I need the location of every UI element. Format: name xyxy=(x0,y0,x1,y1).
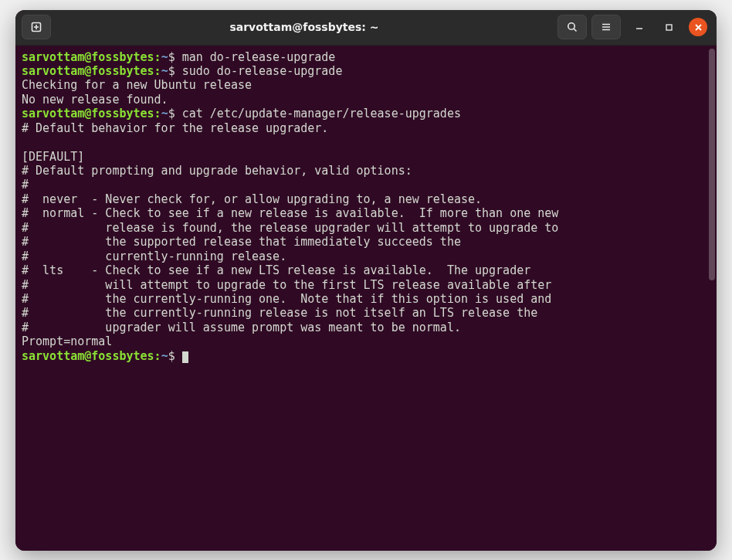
prompt-path: ~ xyxy=(161,107,168,120)
titlebar: sarvottam@fossbytes: ~ xyxy=(15,10,717,46)
prompt-user-host: sarvottam@fossbytes xyxy=(22,349,154,363)
prompt-path: ~ xyxy=(161,50,168,64)
command-3: cat /etc/update-manager/release-upgrades xyxy=(175,107,461,120)
scrollbar[interactable] xyxy=(707,46,717,551)
output-line: # the supported release that immediately… xyxy=(22,235,461,249)
svg-point-3 xyxy=(568,23,574,29)
output-line: # Default prompting and upgrade behavior… xyxy=(22,164,412,178)
svg-line-4 xyxy=(574,29,576,31)
prompt-colon: : xyxy=(154,64,161,78)
scroll-thumb[interactable] xyxy=(709,49,715,280)
output-line: # upgrader will assume prompt was meant … xyxy=(22,321,461,334)
output-line: # the currently-running release is not i… xyxy=(22,306,537,320)
window-controls xyxy=(630,18,707,36)
command-1: man do-release-upgrade xyxy=(175,50,336,64)
command-4 xyxy=(175,349,182,363)
terminal-window: sarvottam@fossbytes: ~ xyxy=(15,10,717,551)
svg-rect-9 xyxy=(666,25,672,30)
output-line: # currently-running release. xyxy=(22,249,286,263)
prompt-dollar: $ xyxy=(168,107,175,120)
terminal-body-wrap: sarvottam@fossbytes:~$ man do-release-up… xyxy=(15,46,717,551)
output-line: # lts - Check to see if a new LTS releas… xyxy=(22,263,530,277)
terminal-output[interactable]: sarvottam@fossbytes:~$ man do-release-up… xyxy=(15,46,707,551)
prompt-user-host: sarvottam@fossbytes xyxy=(22,64,154,78)
output-line: # never - Never check for, or allow upgr… xyxy=(22,192,482,206)
prompt-dollar: $ xyxy=(168,50,175,64)
prompt-colon: : xyxy=(154,349,161,363)
output-line: # xyxy=(22,178,29,192)
output-line: Prompt=normal xyxy=(22,334,112,348)
hamburger-menu-button[interactable] xyxy=(591,15,621,39)
maximize-button[interactable] xyxy=(659,18,678,36)
prompt-path: ~ xyxy=(161,64,168,78)
output-line: # normal - Check to see if a new release… xyxy=(22,206,558,220)
output-line: No new release found. xyxy=(22,93,168,107)
window-title: sarvottam@fossbytes: ~ xyxy=(56,21,553,33)
new-tab-button[interactable] xyxy=(22,15,51,39)
close-button[interactable] xyxy=(689,18,707,36)
prompt-user-host: sarvottam@fossbytes xyxy=(22,107,154,120)
command-2: sudo do-release-upgrade xyxy=(175,64,343,78)
output-line: [DEFAULT] xyxy=(22,150,84,164)
prompt-user-host: sarvottam@fossbytes xyxy=(22,50,154,64)
output-line: # release is found, the release upgrader… xyxy=(22,221,558,235)
cursor-icon xyxy=(182,351,188,363)
output-line: # the currently-running one. Note that i… xyxy=(22,292,551,306)
output-line: # Default behavior for the release upgra… xyxy=(22,121,328,135)
search-button[interactable] xyxy=(557,15,587,39)
minimize-button[interactable] xyxy=(630,18,649,36)
prompt-dollar: $ xyxy=(168,349,175,363)
prompt-colon: : xyxy=(154,50,161,64)
output-line: Checking for a new Ubuntu release xyxy=(22,78,252,92)
prompt-colon: : xyxy=(154,107,161,120)
prompt-dollar: $ xyxy=(168,64,175,78)
prompt-path: ~ xyxy=(161,349,168,363)
output-line: # will attempt to upgrade to the first L… xyxy=(22,278,551,292)
